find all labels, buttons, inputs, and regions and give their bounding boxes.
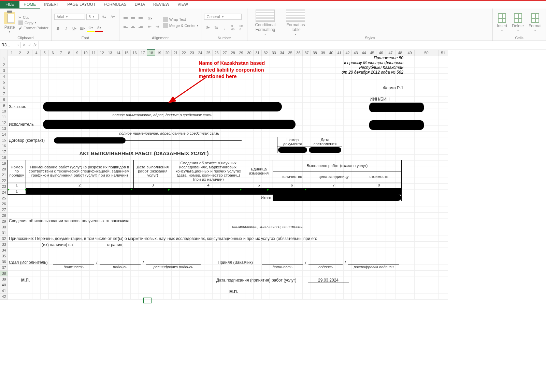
clipboard-group-label: Clipboard [3,36,48,41]
copy-button[interactable]: Copy▾ [18,20,48,25]
contractor-redacted [43,120,296,129]
merge-icon [163,23,168,28]
th-qty: количество [273,171,311,182]
docnum-redacted [278,147,307,153]
align-middle-button[interactable] [130,15,136,22]
tab-data[interactable]: DATA [131,1,149,9]
merge-center-button[interactable]: Merge & Center▾ [163,23,199,28]
font-name-select[interactable]: Arial▾ [54,14,85,20]
group-font: Arial▾ 8▾ A▴ A▾ B I U▾ ▦▾ ◇▾ A▾ Font [52,9,119,41]
bold-button[interactable]: B [54,25,62,32]
enter-formula-icon[interactable]: ✓ [28,43,31,47]
formula-input[interactable] [39,44,546,46]
currency-button[interactable]: $▾ [204,24,212,31]
mp-right: М.П. [229,289,238,294]
decrease-decimal-button[interactable]: .00.0 [237,24,244,31]
name-box[interactable]: R3...▾ [0,42,20,48]
percent-button[interactable]: % [212,24,220,31]
appendix-line2: к приказу Министра финансов [298,60,407,65]
tab-home[interactable]: HOME [19,1,40,9]
styles-group-label: Styles [250,36,490,41]
fill-color-button[interactable]: ◇▾ [87,25,95,32]
inventory-label: Сведения об использовании запасов, получ… [9,218,129,223]
decrease-indent-button[interactable]: ⇤ [146,23,154,30]
group-alignment: ⤭▾ ⇤ ⇥ Wrap Text Merge & Center▾ Alignme… [119,9,202,41]
cancel-formula-icon[interactable]: ✕ [23,43,26,47]
total-redacted [273,195,401,201]
format-as-table-button[interactable]: Format as Table▾ [282,10,309,36]
underline-button[interactable]: U▾ [71,25,78,32]
ribbon-body: Paste ▾ ✂Cut Copy▾ 🖌Format Painter Clipb… [0,9,546,41]
tab-review[interactable]: REVIEW [149,1,173,9]
handed-label: Сдал (Исполнитель) [9,260,53,265]
appendix-line4: от 20 декабря 2012 года № 562 [298,70,407,75]
comma-button[interactable]: , [220,24,228,31]
contract-label: Договор (контракт) [8,138,54,143]
tab-pagelayout[interactable]: PAGE LAYOUT [63,1,100,9]
th-cost: стоимость [356,171,402,182]
italic-button[interactable]: I [62,25,70,32]
painter-label: Format Painter [24,26,48,30]
th-num: Номер по порядку [8,160,26,182]
tab-view[interactable]: VIEW [173,1,192,9]
font-size-select[interactable]: 8▾ [86,14,99,20]
th-done: Выполнено работ (оказано услуг) [273,160,401,171]
accepted-label: Принял (Заказчик) [218,260,262,265]
group-number: General▾ $▾ % , .0.00 .00.0 Number [201,9,247,41]
tab-file[interactable]: FILE [0,1,19,9]
increase-font-button[interactable]: A▴ [100,13,107,20]
inventory-note: наименование, количество, стоимость [134,225,402,229]
wrap-text-button[interactable]: Wrap Text [163,17,199,22]
format-painter-button[interactable]: 🖌Format Painter [18,26,48,30]
border-button[interactable]: ▦▾ [79,25,86,32]
customer-note: полное наименование, адрес, данные о сре… [43,113,282,117]
tab-formulas[interactable]: FORMULAS [100,1,131,9]
document-title: АКТ ВЫПОЛНЕННЫХ РАБОТ (ОКАЗАННЫХ УСЛУГ) [8,150,281,156]
row1-redacted [26,188,401,194]
font-color-button[interactable]: A▾ [95,25,103,32]
wrap-icon [163,17,168,22]
align-left-button[interactable] [122,23,129,30]
total-row: Итого [8,195,402,201]
number-row: 12345678 [8,182,402,188]
increase-indent-button[interactable]: ⇥ [154,23,161,30]
cut-button[interactable]: ✂Cut [18,15,48,20]
formula-bar: R3...▾ ✕ ✓ fx [0,41,546,49]
iin-label: ИИН/БИН [370,96,390,102]
align-right-button[interactable] [137,23,144,30]
tab-insert[interactable]: INSERT [40,1,63,9]
delete-cells-button[interactable]: Delete▾ [511,13,525,32]
decrease-font-button[interactable]: A▾ [109,13,116,20]
orientation-button[interactable]: ⤭▾ [146,15,154,22]
alignment-grid [122,15,144,30]
contract-redacted [54,137,126,144]
alignment-group-label: Alignment [122,36,199,41]
format-icon [531,13,539,23]
format-cells-button[interactable]: Format▾ [527,13,543,32]
copy-icon [18,20,23,25]
fx-icon[interactable]: fx [33,43,37,47]
align-top-button[interactable] [122,15,129,22]
contractor-label: Исполнитель [8,122,43,127]
form-label: Форма Р-1 [383,86,407,90]
append-line2: (их) наличии) на ______________ страниц [42,242,122,247]
cut-label: Cut [23,15,29,19]
number-format-select[interactable]: General▾ [204,14,242,20]
align-center-button[interactable] [130,23,136,30]
cells-group-label: Cells [495,36,543,41]
chevron-down-icon: ▾ [9,30,10,33]
increase-decimal-button[interactable]: .0.00 [229,24,236,31]
sheet-area[interactable]: 1234567891011121314151617181920212223242… [0,49,546,392]
conditional-formatting-button[interactable]: Conditional Formatting▾ [250,10,280,36]
paste-label: Paste [4,25,15,30]
insert-cells-button[interactable]: Insert▾ [495,13,508,32]
docnum-hdr: Номер документа [277,137,308,147]
group-styles: Conditional Formatting▾ Format as Table▾… [247,9,493,41]
paste-button[interactable]: Paste ▾ [3,12,16,33]
align-bottom-button[interactable] [137,15,144,22]
group-clipboard: Paste ▾ ✂Cut Copy▾ 🖌Format Painter Clipb… [0,9,52,41]
delete-icon [514,13,522,23]
data-row-1: 1 [8,188,402,195]
docdate-hdr: Дата составления [308,137,342,147]
brush-icon: 🖌 [18,26,22,30]
